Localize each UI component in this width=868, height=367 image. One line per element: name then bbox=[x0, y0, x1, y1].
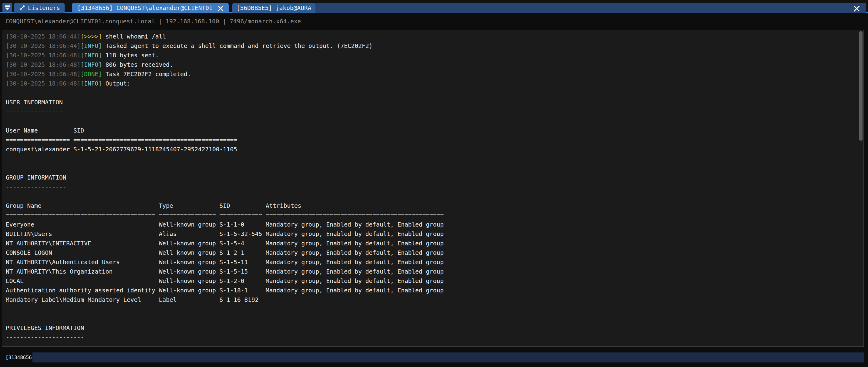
log-timestamp: [30-10-2025 18:06:48] bbox=[6, 71, 81, 78]
terminal-output-line: NT AUTHORITY\Authenticated Users Well-kn… bbox=[6, 257, 863, 267]
tab-label: Listeners bbox=[28, 5, 60, 11]
tab-bar: Listeners [31348656] CONQUEST\alexander@… bbox=[0, 0, 868, 13]
tab-label: [31348656] CONQUEST\alexander@CLIENT01 bbox=[78, 5, 213, 11]
command-bar: [31348656] bbox=[0, 347, 868, 367]
terminal-output-line: NT AUTHORITY\This Organization Well-know… bbox=[6, 267, 863, 276]
terminal-output-line: Group Name Type SID Attributes bbox=[6, 201, 863, 211]
terminal-log-line: [30-10-2025 18:06:48][DONE] Task 7EC202F… bbox=[6, 69, 863, 79]
terminal-output-line: GROUP INFORMATION bbox=[6, 173, 863, 182]
log-message: shell whoami /all bbox=[102, 33, 166, 40]
log-tag-info: [INFO] bbox=[81, 61, 102, 68]
terminal-output[interactable]: [30-10-2025 18:06:44][>>>>] shell whoami… bbox=[2, 30, 864, 347]
log-timestamp: [30-10-2025 18:06:48] bbox=[6, 52, 81, 59]
log-timestamp: [30-10-2025 18:06:48] bbox=[6, 80, 81, 87]
terminal-output-line: BUILTIN\Users Alias S-1-5-32-545 Mandato… bbox=[6, 229, 863, 239]
terminal-output-line: ----------------- bbox=[6, 182, 863, 192]
log-tag-info: [INFO] bbox=[81, 42, 102, 50]
log-timestamp: [30-10-2025 18:06:44] bbox=[6, 33, 81, 40]
tab-agent-31348656[interactable]: [31348656] CONQUEST\alexander@CLIENT01 × bbox=[72, 3, 229, 13]
terminal-output-line: Authentication authority asserted identi… bbox=[6, 286, 863, 295]
chevron-down-icon bbox=[5, 7, 10, 10]
terminal-output-line: conquest\alexander S-1-5-21-2062779629-1… bbox=[6, 145, 863, 154]
log-tag-info: [INFO] bbox=[81, 52, 102, 59]
terminal-output-line: ========================================… bbox=[6, 211, 863, 220]
terminal-output-line: LOCAL Well-known group S-1-2-0 Mandatory… bbox=[6, 276, 863, 286]
terminal-output-line: User Name SID bbox=[6, 126, 863, 135]
terminal-output-line: CONSOLE LOGON Well-known group S-1-2-1 M… bbox=[6, 248, 863, 257]
scrollbar-thumb[interactable] bbox=[859, 31, 863, 141]
terminal-output-line bbox=[6, 117, 863, 126]
menu-dropdown-button[interactable] bbox=[2, 3, 12, 12]
terminal-output-line: ---------------------- bbox=[6, 333, 863, 342]
terminal-output-line: Everyone Well-known group S-1-1-0 Mandat… bbox=[6, 220, 863, 229]
terminal-output-line: PRIVILEGES INFORMATION bbox=[6, 323, 863, 333]
tab-close-icon[interactable]: × bbox=[217, 5, 224, 11]
log-tag-command: [>>>>] bbox=[81, 33, 102, 40]
terminal-log-line: [30-10-2025 18:06:44][INFO] Tasked agent… bbox=[6, 41, 863, 51]
tab-listeners[interactable]: Listeners bbox=[14, 3, 65, 13]
terminal-log-line: [30-10-2025 18:06:48][INFO] Output: bbox=[6, 79, 863, 88]
c2-client-window: Listeners [31348656] CONQUEST\alexander@… bbox=[0, 0, 868, 367]
satellite-dish-icon bbox=[19, 5, 25, 11]
log-message: Task 7EC202F2 completed. bbox=[102, 71, 191, 78]
terminal-output-line: Mandatory Label\Medium Mandatory Level L… bbox=[6, 295, 863, 305]
terminal-log-line: [30-10-2025 18:06:48][INFO] 806 bytes re… bbox=[6, 60, 863, 69]
log-message: Output: bbox=[102, 80, 130, 87]
log-message: 118 bytes sent. bbox=[102, 52, 159, 59]
terminal-output-line: NT AUTHORITY\INTERACTIVE Well-known grou… bbox=[6, 239, 863, 248]
log-timestamp: [30-10-2025 18:06:48] bbox=[6, 61, 81, 68]
command-prompt-label: [31348656] bbox=[5, 353, 35, 363]
tab-label: [56DBB5E5] jakob@AURA bbox=[237, 5, 311, 11]
agent-info-text: CONQUEST\alexander@CLIENT01.conquest.loc… bbox=[5, 13, 301, 30]
terminal-log-line: [30-10-2025 18:06:44][>>>>] shell whoami… bbox=[6, 32, 863, 41]
terminal-output-line bbox=[6, 314, 863, 323]
log-tag-info: [INFO] bbox=[81, 80, 102, 87]
log-timestamp: [30-10-2025 18:06:44] bbox=[6, 42, 81, 50]
log-tag-done: [DONE] bbox=[81, 71, 102, 78]
tab-strip-filler: × bbox=[315, 3, 866, 13]
terminal-output-line: ---------------- bbox=[6, 107, 863, 117]
terminal-output-line bbox=[6, 154, 863, 163]
status-row: CONQUEST\alexander@CLIENT01.conquest.loc… bbox=[0, 13, 868, 30]
terminal-output-line bbox=[6, 163, 863, 173]
terminal-output-line bbox=[6, 192, 863, 201]
command-input[interactable] bbox=[32, 353, 864, 363]
terminal-output-line bbox=[6, 88, 863, 98]
log-message: 806 bytes received. bbox=[102, 61, 173, 68]
menu-dropdown-icon bbox=[5, 5, 10, 7]
log-message: Tasked agent to execute a shell command … bbox=[102, 42, 372, 50]
terminal-output-line: ================== =====================… bbox=[6, 135, 863, 145]
terminal-output-line: USER INFORMATION bbox=[6, 98, 863, 107]
tab-agent-56dbb5e5[interactable]: [56DBB5E5] jakob@AURA bbox=[232, 3, 316, 13]
terminal-output-line bbox=[6, 305, 863, 314]
window-close-icon[interactable]: × bbox=[852, 5, 861, 12]
terminal-log-line: [30-10-2025 18:06:48][INFO] 118 bytes se… bbox=[6, 51, 863, 60]
